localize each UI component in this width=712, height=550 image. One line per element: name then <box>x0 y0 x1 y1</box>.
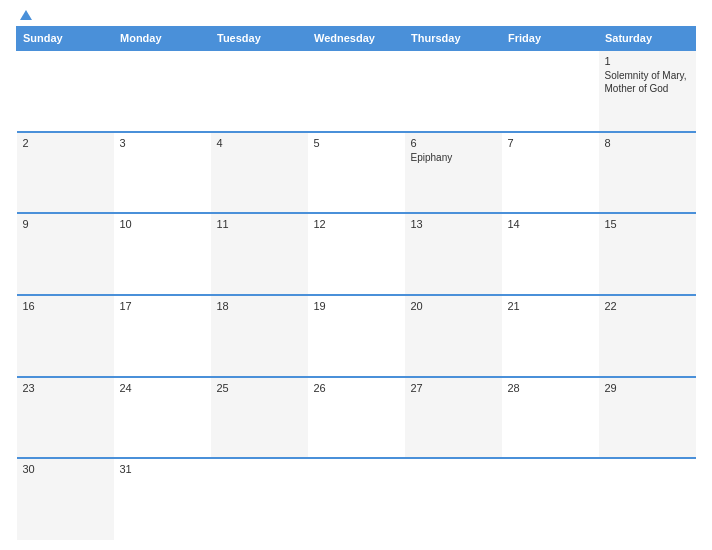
calendar-day-cell: 15 <box>599 213 696 295</box>
calendar-table: SundayMondayTuesdayWednesdayThursdayFrid… <box>16 26 696 540</box>
day-number: 14 <box>508 218 593 230</box>
day-number: 15 <box>605 218 690 230</box>
calendar-day-cell: 17 <box>114 295 211 377</box>
calendar-day-cell <box>211 50 308 132</box>
logo <box>16 10 32 20</box>
calendar-day-cell: 26 <box>308 377 405 459</box>
calendar-week-row: 23456Epiphany78 <box>17 132 696 214</box>
day-of-week-header: Friday <box>502 27 599 51</box>
calendar-day-cell <box>308 50 405 132</box>
calendar-day-cell: 11 <box>211 213 308 295</box>
day-number: 6 <box>411 137 496 149</box>
calendar-day-cell: 23 <box>17 377 114 459</box>
calendar-week-row: 1Solemnity of Mary, Mother of God <box>17 50 696 132</box>
day-number: 17 <box>120 300 205 312</box>
day-number: 7 <box>508 137 593 149</box>
day-of-week-header: Wednesday <box>308 27 405 51</box>
calendar-day-cell <box>502 50 599 132</box>
day-of-week-header: Tuesday <box>211 27 308 51</box>
calendar-week-row: 3031 <box>17 458 696 540</box>
calendar-day-cell: 27 <box>405 377 502 459</box>
calendar-day-cell: 14 <box>502 213 599 295</box>
calendar-header-row: SundayMondayTuesdayWednesdayThursdayFrid… <box>17 27 696 51</box>
calendar-day-cell <box>114 50 211 132</box>
day-of-week-header: Saturday <box>599 27 696 51</box>
calendar-day-cell: 29 <box>599 377 696 459</box>
day-number: 22 <box>605 300 690 312</box>
day-of-week-header: Monday <box>114 27 211 51</box>
day-number: 23 <box>23 382 108 394</box>
day-number: 30 <box>23 463 108 475</box>
calendar-day-cell: 7 <box>502 132 599 214</box>
calendar-day-cell: 25 <box>211 377 308 459</box>
calendar-day-cell: 8 <box>599 132 696 214</box>
calendar-day-cell: 10 <box>114 213 211 295</box>
day-number: 16 <box>23 300 108 312</box>
calendar-day-cell: 5 <box>308 132 405 214</box>
calendar-day-cell <box>405 458 502 540</box>
day-number: 27 <box>411 382 496 394</box>
day-number: 20 <box>411 300 496 312</box>
page-header <box>16 10 696 20</box>
day-number: 31 <box>120 463 205 475</box>
day-number: 1 <box>605 55 690 67</box>
calendar-day-cell: 16 <box>17 295 114 377</box>
calendar-day-cell: 2 <box>17 132 114 214</box>
calendar-day-cell <box>17 50 114 132</box>
day-number: 21 <box>508 300 593 312</box>
calendar-day-cell: 31 <box>114 458 211 540</box>
calendar-week-row: 9101112131415 <box>17 213 696 295</box>
calendar-day-cell <box>211 458 308 540</box>
event-text: Solemnity of Mary, Mother of God <box>605 69 690 95</box>
calendar-day-cell: 1Solemnity of Mary, Mother of God <box>599 50 696 132</box>
calendar-day-cell: 20 <box>405 295 502 377</box>
calendar-day-cell: 24 <box>114 377 211 459</box>
calendar-day-cell <box>405 50 502 132</box>
day-number: 11 <box>217 218 302 230</box>
calendar-day-cell: 19 <box>308 295 405 377</box>
calendar-week-row: 23242526272829 <box>17 377 696 459</box>
day-number: 3 <box>120 137 205 149</box>
calendar-day-cell: 21 <box>502 295 599 377</box>
day-number: 24 <box>120 382 205 394</box>
day-of-week-header: Thursday <box>405 27 502 51</box>
calendar-day-cell: 12 <box>308 213 405 295</box>
calendar-day-cell: 18 <box>211 295 308 377</box>
calendar-day-cell: 13 <box>405 213 502 295</box>
event-text: Epiphany <box>411 151 496 164</box>
day-number: 26 <box>314 382 399 394</box>
calendar-day-cell: 4 <box>211 132 308 214</box>
calendar-week-row: 16171819202122 <box>17 295 696 377</box>
day-number: 8 <box>605 137 690 149</box>
calendar-day-cell <box>308 458 405 540</box>
logo-triangle-icon <box>20 10 32 20</box>
day-number: 5 <box>314 137 399 149</box>
day-number: 12 <box>314 218 399 230</box>
calendar-day-cell: 28 <box>502 377 599 459</box>
calendar-day-cell: 30 <box>17 458 114 540</box>
day-number: 2 <box>23 137 108 149</box>
day-number: 13 <box>411 218 496 230</box>
calendar-day-cell <box>599 458 696 540</box>
calendar-day-cell: 9 <box>17 213 114 295</box>
calendar-day-cell <box>502 458 599 540</box>
day-number: 18 <box>217 300 302 312</box>
logo-blue-text <box>16 10 32 20</box>
day-number: 9 <box>23 218 108 230</box>
calendar-day-cell: 22 <box>599 295 696 377</box>
day-of-week-header: Sunday <box>17 27 114 51</box>
day-number: 25 <box>217 382 302 394</box>
day-number: 10 <box>120 218 205 230</box>
day-number: 29 <box>605 382 690 394</box>
day-number: 19 <box>314 300 399 312</box>
calendar-day-cell: 6Epiphany <box>405 132 502 214</box>
day-number: 28 <box>508 382 593 394</box>
calendar-day-cell: 3 <box>114 132 211 214</box>
day-number: 4 <box>217 137 302 149</box>
